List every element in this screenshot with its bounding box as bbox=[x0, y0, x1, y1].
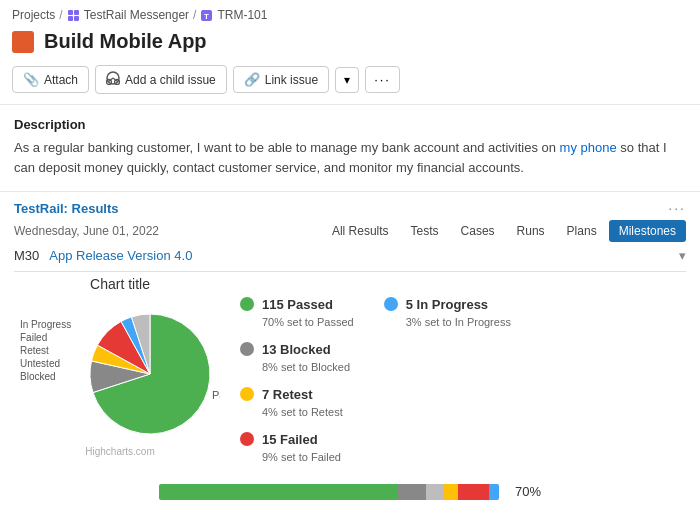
legend-dot bbox=[240, 342, 254, 356]
legend-dot bbox=[240, 432, 254, 446]
svg-rect-3 bbox=[74, 16, 79, 21]
svg-rect-0 bbox=[68, 10, 73, 15]
testrail-section: TestRail: Results ··· Wednesday, June 01… bbox=[0, 191, 700, 246]
legend-group-left: 115 Passed70% set to Passed13 Blocked8% … bbox=[240, 296, 690, 466]
legend-column: 5 In Progress3% set to In Progress bbox=[384, 296, 511, 331]
legend-text: 15 Failed9% set to Failed bbox=[262, 431, 341, 466]
page-header: Build Mobile App bbox=[0, 26, 700, 61]
page-title: Build Mobile App bbox=[44, 30, 207, 53]
breadcrumb-icon2: T bbox=[200, 9, 213, 22]
legend-column: 115 Passed70% set to Passed13 Blocked8% … bbox=[240, 296, 354, 466]
legend-text: 115 Passed70% set to Passed bbox=[262, 296, 354, 331]
chart-area: Chart title Passed In ProgressFailedRete… bbox=[0, 272, 700, 476]
legend-right: 115 Passed70% set to Passed13 Blocked8% … bbox=[240, 276, 690, 466]
link-issue-button[interactable]: 🔗 Link issue bbox=[233, 66, 329, 93]
more-button[interactable]: ··· bbox=[365, 66, 400, 93]
testrail-date: Wednesday, June 01, 2022 bbox=[14, 224, 159, 238]
progress-percent: 70% bbox=[515, 484, 541, 499]
toolbar: 📎 Attach Add a child issue 🔗 Link issue … bbox=[0, 61, 700, 105]
legend-text: 13 Blocked8% set to Blocked bbox=[262, 341, 350, 376]
tab-plans[interactable]: Plans bbox=[557, 220, 607, 242]
attach-button[interactable]: 📎 Attach bbox=[12, 66, 89, 93]
legend-dot bbox=[384, 297, 398, 311]
description-text: As a regular banking customer, I want to… bbox=[14, 138, 686, 177]
tab-milestones[interactable]: Milestones bbox=[609, 220, 686, 242]
paperclip-icon: 📎 bbox=[23, 72, 39, 87]
pie-label-failed: Failed bbox=[20, 332, 71, 343]
tabs-row: All ResultsTestsCasesRunsPlansMilestones bbox=[322, 220, 686, 242]
progress-bar bbox=[159, 484, 499, 500]
dropdown-button[interactable]: ▾ bbox=[335, 67, 359, 93]
svg-text:T: T bbox=[204, 11, 209, 20]
svg-rect-2 bbox=[68, 16, 73, 21]
chart-title: Chart title bbox=[10, 276, 230, 292]
breadcrumb-issue[interactable]: TRM-101 bbox=[217, 8, 267, 22]
testrail-title: TestRail: Results bbox=[14, 201, 119, 216]
description-link[interactable]: my phone bbox=[560, 140, 617, 155]
svg-text:Passed: Passed bbox=[212, 389, 220, 401]
description-text-plain: As a regular banking customer, I want to… bbox=[14, 140, 560, 155]
pie-label-blocked: Blocked bbox=[20, 371, 71, 382]
legend-row: 15 Failed9% set to Failed bbox=[240, 431, 354, 466]
testrail-header: TestRail: Results ··· bbox=[0, 192, 700, 220]
pie-wrapper: Passed In ProgressFailedRetestUntestedBl… bbox=[20, 294, 220, 444]
highcharts-label: Highcharts.com bbox=[10, 444, 230, 457]
tab-tests[interactable]: Tests bbox=[401, 220, 449, 242]
svg-rect-1 bbox=[74, 10, 79, 15]
legend-text: 7 Retest4% set to Retest bbox=[262, 386, 343, 421]
breadcrumb-sep2: / bbox=[193, 8, 196, 22]
legend-text: 5 In Progress3% set to In Progress bbox=[406, 296, 511, 331]
breadcrumb: Projects / TestRail Messenger / T TRM-10… bbox=[0, 0, 700, 26]
progress-segment bbox=[489, 484, 499, 500]
tab-runs[interactable]: Runs bbox=[507, 220, 555, 242]
legend-row: 13 Blocked8% set to Blocked bbox=[240, 341, 354, 376]
pie-label-retest: Retest bbox=[20, 345, 71, 356]
progress-segment bbox=[159, 484, 397, 500]
breadcrumb-sep1: / bbox=[59, 8, 62, 22]
progress-segment bbox=[397, 484, 426, 500]
milestone-row: M30 App Release Version 4.0 ▾ bbox=[0, 246, 700, 271]
breadcrumb-icon bbox=[67, 9, 80, 22]
link-icon: 🔗 bbox=[244, 72, 260, 87]
add-child-issue-button[interactable]: Add a child issue bbox=[95, 65, 227, 94]
breadcrumb-app[interactable]: TestRail Messenger bbox=[84, 8, 189, 22]
chart-container: Chart title Passed In ProgressFailedRete… bbox=[10, 276, 230, 457]
milestone-label: M30 bbox=[14, 248, 39, 263]
progress-segment bbox=[458, 484, 489, 500]
testrail-more-button[interactable]: ··· bbox=[668, 200, 686, 216]
pie-label-in-progress: In Progress bbox=[20, 319, 71, 330]
legend-row: 7 Retest4% set to Retest bbox=[240, 386, 354, 421]
legend-dot bbox=[240, 387, 254, 401]
pie-labels: In ProgressFailedRetestUntestedBlocked bbox=[20, 319, 71, 382]
tab-all-results[interactable]: All Results bbox=[322, 220, 399, 242]
progress-bar-section: 70% bbox=[0, 476, 700, 512]
description-section: Description As a regular banking custome… bbox=[0, 105, 700, 187]
breadcrumb-projects[interactable]: Projects bbox=[12, 8, 55, 22]
legend-row: 115 Passed70% set to Passed bbox=[240, 296, 354, 331]
progress-segment bbox=[426, 484, 443, 500]
milestone-link[interactable]: App Release Version 4.0 bbox=[49, 248, 192, 263]
description-title: Description bbox=[14, 117, 686, 132]
legend-row: 5 In Progress3% set to In Progress bbox=[384, 296, 511, 331]
legend-columns: 115 Passed70% set to Passed13 Blocked8% … bbox=[240, 296, 690, 466]
chevron-down-icon: ▾ bbox=[679, 248, 686, 263]
tab-cases[interactable]: Cases bbox=[451, 220, 505, 242]
child-issue-icon bbox=[106, 71, 120, 88]
pie-label-untested: Untested bbox=[20, 358, 71, 369]
page-icon bbox=[12, 31, 34, 53]
legend-dot bbox=[240, 297, 254, 311]
progress-segment bbox=[443, 484, 458, 500]
